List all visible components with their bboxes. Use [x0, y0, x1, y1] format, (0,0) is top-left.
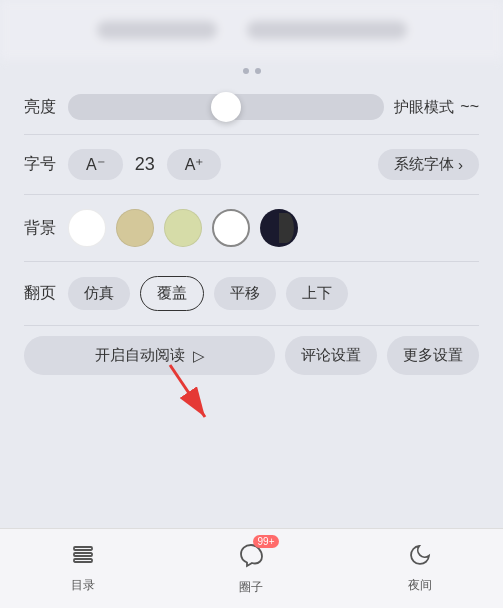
font-system-chevron: ›: [458, 156, 463, 173]
bg-yellow-option[interactable]: [116, 209, 154, 247]
font-size-value: 23: [133, 154, 157, 175]
font-controls: A⁻ 23 A⁺ 系统字体 ›: [68, 149, 479, 180]
svg-rect-4: [74, 559, 92, 562]
auto-read-icon: ▷: [193, 347, 205, 365]
bg-dark-option[interactable]: [260, 209, 298, 247]
svg-rect-2: [74, 547, 92, 550]
community-icon: 99+: [237, 541, 265, 575]
nav-item-night[interactable]: 夜间: [408, 543, 432, 594]
background-label: 背景: [24, 218, 56, 239]
bottom-nav: 目录 99+ 圈子 夜间: [0, 528, 503, 608]
bg-green-option[interactable]: [164, 209, 202, 247]
background-row: 背景: [24, 195, 479, 261]
page-btn-shangxia[interactable]: 上下: [286, 277, 348, 310]
more-settings-button[interactable]: 更多设置: [387, 336, 479, 375]
settings-panel: 亮度 护眼模式 ~~ 字号 A⁻ 23 A⁺ 系统字体 › 背景: [0, 80, 503, 528]
page-turn-options: 仿真 覆盖 平移 上下: [68, 276, 479, 311]
brightness-controls: 护眼模式 ~~: [68, 94, 479, 120]
svg-rect-3: [74, 553, 92, 556]
catalog-label: 目录: [71, 577, 95, 594]
eye-mode-toggle[interactable]: 护眼模式 ~~: [394, 98, 479, 117]
slider-thumb[interactable]: [211, 92, 241, 122]
community-badge: 99+: [253, 535, 280, 548]
page-btn-fugai[interactable]: 覆盖: [140, 276, 204, 311]
comment-settings-button[interactable]: 评论设置: [285, 336, 377, 375]
eye-mode-label: 护眼模式: [394, 98, 454, 117]
nav-item-catalog[interactable]: 目录: [71, 543, 95, 594]
background-options: [68, 209, 479, 247]
page-btn-fanzhen[interactable]: 仿真: [68, 277, 130, 310]
brightness-slider[interactable]: [68, 94, 384, 120]
page-turn-label: 翻页: [24, 283, 56, 304]
font-increase-button[interactable]: A⁺: [167, 149, 222, 180]
font-row: 字号 A⁻ 23 A⁺ 系统字体 ›: [24, 135, 479, 194]
nav-item-community[interactable]: 99+ 圈子: [237, 541, 265, 596]
community-label: 圈子: [239, 579, 263, 596]
bg-white-option[interactable]: [68, 209, 106, 247]
top-header: [0, 0, 503, 60]
font-label: 字号: [24, 154, 56, 175]
brightness-label: 亮度: [24, 97, 56, 118]
auto-read-label: 开启自动阅读: [95, 346, 185, 365]
brightness-row: 亮度 护眼模式 ~~: [24, 80, 479, 134]
page-turn-row: 翻页 仿真 覆盖 平移 上下: [24, 262, 479, 325]
night-icon: [408, 543, 432, 573]
dot-1: [243, 68, 249, 74]
action-row: 开启自动阅读 ▷ 评论设置 更多设置: [24, 326, 479, 389]
catalog-icon: [71, 543, 95, 573]
eye-icon: ~~: [460, 98, 479, 116]
dots-indicator: [0, 60, 503, 80]
font-system-button[interactable]: 系统字体 ›: [378, 149, 479, 180]
font-system-label: 系统字体: [394, 155, 454, 174]
font-decrease-button[interactable]: A⁻: [68, 149, 123, 180]
night-label: 夜间: [408, 577, 432, 594]
page-btn-pingyi[interactable]: 平移: [214, 277, 276, 310]
auto-read-button[interactable]: 开启自动阅读 ▷: [24, 336, 275, 375]
bg-outline-option[interactable]: [212, 209, 250, 247]
dot-2: [255, 68, 261, 74]
